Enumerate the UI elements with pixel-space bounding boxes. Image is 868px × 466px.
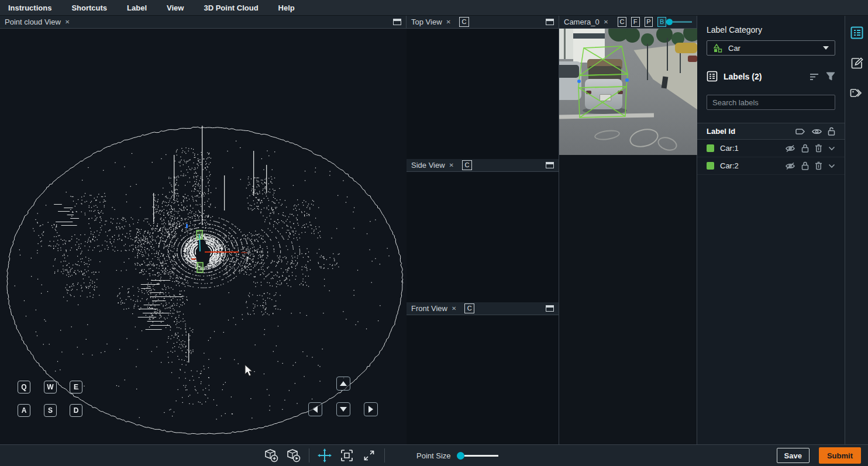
camera-image[interactable] [559, 29, 697, 155]
maximize-icon[interactable] [393, 19, 401, 25]
point-cloud-tab-label[interactable]: Point cloud View [5, 18, 61, 26]
left-arrow-icon [313, 406, 318, 413]
labels-panel-icon[interactable] [850, 26, 863, 39]
point-cloud-panel-header: Point cloud View ✕ [0, 16, 406, 29]
drag-handle-icon [577, 80, 581, 83]
cuboid-wireframe-overlay[interactable] [559, 29, 697, 155]
chevron-down-icon [823, 46, 829, 50]
slider-track [673, 21, 692, 23]
menu-item-help[interactable]: Help [278, 4, 295, 12]
menu-item-view[interactable]: View [167, 4, 184, 12]
key-w-button[interactable]: W [44, 381, 57, 393]
chevron-down-icon[interactable] [828, 146, 835, 151]
label-color-swatch [707, 144, 714, 152]
menu-item-3d-point-cloud[interactable]: 3D Point Cloud [204, 4, 258, 12]
lock-icon[interactable] [801, 144, 809, 153]
top-view-tab-label[interactable]: Top View [411, 18, 442, 26]
point-cloud-panel: Point cloud View ✕ Q W E A S D [0, 16, 407, 444]
category-shapes-icon [713, 43, 723, 53]
camera-c-button[interactable]: C [618, 17, 626, 27]
top-view-camera-button[interactable]: C [459, 17, 469, 27]
filter-icon[interactable] [826, 72, 835, 81]
camera-tab-label[interactable]: Camera_0 [564, 18, 600, 26]
label-id-text: Car:2 [720, 161, 739, 170]
pan-left-button[interactable] [308, 402, 322, 416]
maximize-icon[interactable] [546, 305, 554, 312]
divider [384, 448, 385, 462]
labels-header: Labels (2) [707, 71, 835, 82]
label-side-panel: Label Category Car Labels (2) [697, 16, 845, 444]
close-icon[interactable]: ✕ [446, 19, 451, 25]
side-view-camera-button[interactable]: C [462, 160, 472, 170]
maximize-icon[interactable] [546, 19, 554, 25]
point-size-label: Point Size [416, 451, 451, 460]
fit-frame-icon[interactable] [340, 448, 354, 462]
unlock-icon[interactable] [828, 127, 835, 136]
search-labels-input[interactable] [707, 95, 835, 110]
slider-knob-icon[interactable] [666, 19, 673, 25]
camera-f-button[interactable]: F [631, 17, 640, 27]
chevron-down-icon[interactable] [828, 164, 835, 168]
key-d-button[interactable]: D [70, 404, 82, 417]
menu-item-label[interactable]: Label [127, 4, 147, 12]
ortho-views-column: Top View ✕ C Side View ✕ C Front View ✕ … [407, 16, 559, 444]
label-id-column-header: Label Id [707, 127, 735, 136]
key-q-button[interactable]: Q [18, 381, 30, 393]
front-view-camera-button[interactable]: C [464, 303, 474, 313]
top-view-header: Top View ✕ C [407, 16, 559, 29]
lock-icon[interactable] [801, 161, 809, 170]
side-view-tab-label[interactable]: Side View [411, 161, 445, 170]
slider-knob-icon[interactable] [457, 452, 464, 460]
front-view-tab-label[interactable]: Front View [411, 304, 447, 313]
menu-bar: Instructions Shortcuts Label View 3D Poi… [0, 0, 868, 16]
sort-icon[interactable] [810, 73, 820, 81]
label-category-dropdown[interactable]: Car [707, 40, 835, 56]
label-row-car-2[interactable]: Car:2 [697, 157, 845, 175]
maximize-icon[interactable] [546, 162, 554, 168]
front-view-viewport[interactable] [407, 315, 559, 444]
front-view-header: Front View ✕ C [407, 302, 559, 315]
key-s-button[interactable]: S [44, 404, 57, 417]
pan-down-button[interactable] [336, 402, 350, 416]
label-category-heading: Label Category [707, 25, 835, 34]
camera-b-button[interactable]: B [657, 17, 666, 27]
close-icon[interactable]: ✕ [604, 19, 608, 25]
drag-handle-icon [625, 78, 629, 82]
eye-off-icon[interactable] [785, 162, 795, 170]
side-view-header: Side View ✕ C [407, 159, 559, 172]
close-icon[interactable]: ✕ [449, 162, 454, 168]
eye-off-icon[interactable] [785, 144, 795, 153]
save-button[interactable]: Save [777, 448, 810, 463]
trash-icon[interactable] [815, 144, 822, 153]
camera-opacity-slider[interactable] [666, 19, 692, 25]
menu-item-instructions[interactable]: Instructions [8, 4, 51, 12]
camera-p-button[interactable]: P [645, 17, 653, 27]
add-cuboid-icon[interactable] [264, 448, 278, 462]
pan-up-button[interactable] [336, 377, 350, 391]
top-view-viewport[interactable] [407, 29, 559, 159]
label-id-table-header: Label Id [697, 123, 845, 140]
edit-panel-icon[interactable] [850, 57, 863, 70]
tags-panel-icon[interactable] [850, 87, 863, 99]
move-tool-icon[interactable] [318, 448, 332, 462]
down-arrow-icon [340, 407, 347, 412]
side-view-viewport[interactable] [407, 172, 559, 302]
close-icon[interactable]: ✕ [65, 19, 70, 25]
trash-icon[interactable] [815, 161, 822, 170]
submit-button[interactable]: Submit [819, 447, 861, 464]
key-e-button[interactable]: E [70, 381, 82, 393]
tag-icon[interactable] [795, 127, 806, 136]
expand-icon[interactable] [362, 448, 376, 462]
add-cuboid-sequence-icon[interactable] [287, 448, 301, 462]
tool-rail [845, 16, 868, 444]
pan-right-button[interactable] [364, 402, 378, 416]
label-row-car-1[interactable]: Car:1 [697, 140, 845, 157]
slider-track [464, 455, 498, 457]
menu-item-shortcuts[interactable]: Shortcuts [71, 4, 107, 12]
bottom-toolbar: Point Size Save Submit [0, 444, 868, 466]
camera-panel: Camera_0 ✕ C F P B [559, 16, 697, 444]
close-icon[interactable]: ✕ [452, 305, 456, 312]
point-size-slider[interactable] [457, 452, 498, 460]
eye-icon[interactable] [812, 128, 822, 135]
key-a-button[interactable]: A [18, 404, 30, 417]
